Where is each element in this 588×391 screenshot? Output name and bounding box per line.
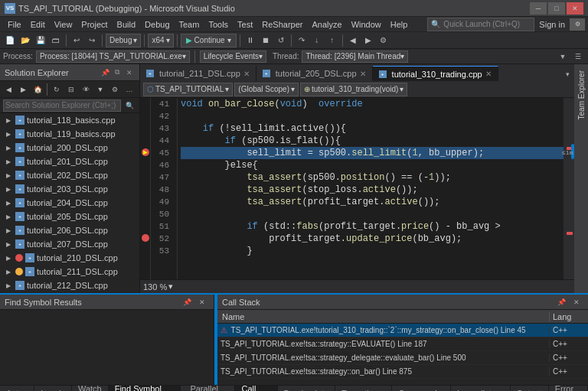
filter-button[interactable]: ▼ [556, 50, 570, 64]
sign-in-link[interactable]: Sign in [534, 18, 570, 31]
call-stack-row[interactable]: ⚠ TS_API_TUTORIAL.exe!tutorial_310_tradi… [217, 324, 588, 337]
redo-button[interactable]: ↪ [85, 34, 99, 47]
step-out-button[interactable]: ↑ [325, 34, 339, 47]
function-dropdown[interactable]: ⊕ tutorial_310_trading(void) ▾ [300, 83, 407, 96]
feedback-button[interactable]: ⚙ [570, 18, 585, 31]
search-icon[interactable]: 🔍 [122, 99, 136, 112]
menu-help[interactable]: Help [386, 18, 413, 31]
stop-button[interactable]: ⏹ [259, 34, 273, 47]
quick-launch-box[interactable]: 🔍 Quick Launch (Ctrl+Q) [427, 18, 534, 31]
list-item[interactable]: ▶ + tutorial_205_DSL.cpp [0, 210, 139, 223]
tab-immediate[interactable]: Immediate... [451, 386, 511, 392]
save-all-button[interactable]: 🗃 [49, 34, 63, 47]
list-item[interactable]: ▶ + tutorial_207_DSL.cpp [0, 237, 139, 251]
undo-button[interactable]: ↩ [70, 34, 83, 47]
list-item[interactable]: ▶ + tutorial_202_DSL.cpp [0, 168, 139, 182]
save-button[interactable]: 💾 [34, 34, 47, 47]
list-item[interactable]: ▶ + tutorial_118_basics.cpp [0, 113, 139, 127]
menu-analyze[interactable]: Analyze [307, 18, 346, 31]
menu-project[interactable]: Project [77, 18, 112, 31]
continue-button[interactable]: ▶ Continue ▾ [181, 34, 237, 47]
tab-find-symbol-results[interactable]: Find Symbol Results [109, 386, 181, 392]
maximize-button[interactable]: □ [548, 2, 565, 15]
back-nav-icon[interactable]: ◀ [2, 83, 15, 96]
more-icon[interactable]: … [122, 83, 136, 96]
project-dropdown[interactable]: ⬡ TS_API_TUTORIAL ▾ [143, 83, 233, 96]
tab-205[interactable]: + tutorial_205_DSL.cpp ✕ [256, 66, 373, 81]
nav-back-button[interactable]: ◀ [346, 34, 360, 47]
call-stack-close-button[interactable]: ✕ [570, 295, 583, 309]
tab-310[interactable]: + tutorial_310_trading.cpp ✕ [373, 66, 498, 81]
list-item[interactable]: ▶ + tutorial_212_DSL.cpp [0, 279, 139, 292]
process-dropdown[interactable]: Process: [18044] TS_API_TUTORIAL.exe ▾ [36, 51, 190, 63]
call-stack-row[interactable]: TS_API_TUTORIAL.exe!tsa::strategy::EVALU… [217, 337, 588, 351]
step-over-button[interactable]: ↷ [295, 34, 309, 47]
dock-button[interactable]: ⧉ [112, 67, 122, 78]
tab-close-icon[interactable]: ✕ [360, 70, 366, 78]
pause-button[interactable]: ⏸ [243, 34, 257, 47]
tab-list-button[interactable]: ▾ [560, 67, 574, 81]
thread-dropdown[interactable]: Thread: [2396] Main Thread ▾ [302, 51, 408, 63]
platform-dropdown[interactable]: x64 ▾ [148, 34, 173, 47]
call-stack-pin-button[interactable]: 📌 [554, 295, 568, 309]
menu-debug[interactable]: Debug [140, 18, 174, 31]
tab-211[interactable]: + tutorial_211_DSL.cpp ✕ [140, 66, 256, 81]
restart-button[interactable]: ↺ [274, 34, 288, 47]
zoom-control[interactable]: 130 % ▾ [143, 282, 173, 292]
close-button[interactable]: ✕ [567, 2, 583, 15]
menu-view[interactable]: View [50, 18, 77, 31]
menu-test[interactable]: Test [233, 18, 257, 31]
forward-nav-icon[interactable]: ▶ [16, 83, 30, 96]
thread-list-button[interactable]: ☰ [571, 50, 585, 64]
sync-icon[interactable]: ↻ [50, 83, 64, 96]
breakpoint-52[interactable] [142, 234, 149, 242]
scope-dropdown[interactable]: (Global Scope) ▾ [234, 83, 299, 96]
tab-call-stack[interactable]: Call Stack [235, 386, 277, 392]
menu-window[interactable]: Window [347, 18, 386, 31]
tab-exception[interactable]: Exception... [335, 386, 392, 392]
list-item[interactable]: ▶ + tutorial_200_DSL.cpp [0, 141, 139, 155]
show-all-icon[interactable]: 👁 [79, 83, 93, 96]
list-item[interactable]: ▶ + tutorial_201_DSL.cpp [0, 155, 139, 168]
tab-error-list[interactable]: Error List [549, 386, 588, 392]
tab-close-icon[interactable]: ✕ [243, 70, 250, 78]
menu-resharper[interactable]: ReSharper [257, 18, 307, 31]
tab-output[interactable]: Output [511, 386, 549, 392]
pin-button[interactable]: 📌 [100, 67, 110, 78]
home-icon[interactable]: 🏠 [31, 83, 44, 96]
sidebar-close-button[interactable]: ✕ [124, 67, 135, 78]
menu-edit[interactable]: Edit [26, 18, 50, 31]
tab-locals[interactable]: Locals [34, 386, 72, 392]
minimize-button[interactable]: ─ [530, 2, 547, 15]
tab-command[interactable]: Command... [392, 386, 451, 392]
props-icon[interactable]: ⚙ [108, 83, 122, 96]
panel-pin-button[interactable]: 📌 [180, 295, 194, 309]
call-stack-row[interactable]: TS_API_TUTORIAL.exe!tsa::strategy::on_ba… [217, 365, 588, 379]
panel-close-button[interactable]: ✕ [195, 295, 209, 309]
debug-config-dropdown[interactable]: Debug ▾ [106, 34, 141, 47]
list-item[interactable]: ▶ + tutorial_119_basics.cpp [0, 127, 139, 141]
collapse-all-icon[interactable]: ⊟ [64, 83, 78, 96]
lifecycle-dropdown[interactable]: Lifecycle Events ▾ [200, 51, 266, 63]
tab-autos[interactable]: Autos [0, 386, 34, 392]
open-button[interactable]: 📂 [18, 34, 32, 47]
tab-parallel[interactable]: Parallel Wa... [184, 386, 235, 392]
menu-tools[interactable]: Tools [204, 18, 233, 31]
tools-button[interactable]: ⚙ [377, 34, 390, 47]
tab-close-icon[interactable]: ✕ [485, 70, 492, 78]
menu-team[interactable]: Team [175, 18, 204, 31]
call-stack-row[interactable]: TS_API_TUTORIAL.exe!tsa::strategy_delega… [217, 351, 588, 365]
tab-breakpoints[interactable]: Breakpoints [278, 386, 335, 392]
step-into-button[interactable]: ↓ [310, 34, 324, 47]
team-explorer-tab[interactable]: Team Explorer [574, 64, 588, 293]
list-item[interactable]: ▶ + tutorial_204_DSL.cpp [0, 196, 139, 210]
filter-icon[interactable]: ▼ [93, 83, 107, 96]
list-item[interactable]: ▶ + tutorial_211_DSL.cpp [0, 265, 139, 279]
search-input[interactable] [3, 99, 121, 112]
list-item[interactable]: ▶ + tutorial_210_DSL.cpp [0, 251, 139, 265]
tab-watch1[interactable]: Watch 1 [72, 386, 109, 392]
menu-build[interactable]: Build [113, 18, 140, 31]
menu-file[interactable]: File [3, 18, 26, 31]
nav-forward-button[interactable]: ▶ [361, 34, 375, 47]
list-item[interactable]: ▶ + tutorial_206_DSL.cpp [0, 223, 139, 237]
